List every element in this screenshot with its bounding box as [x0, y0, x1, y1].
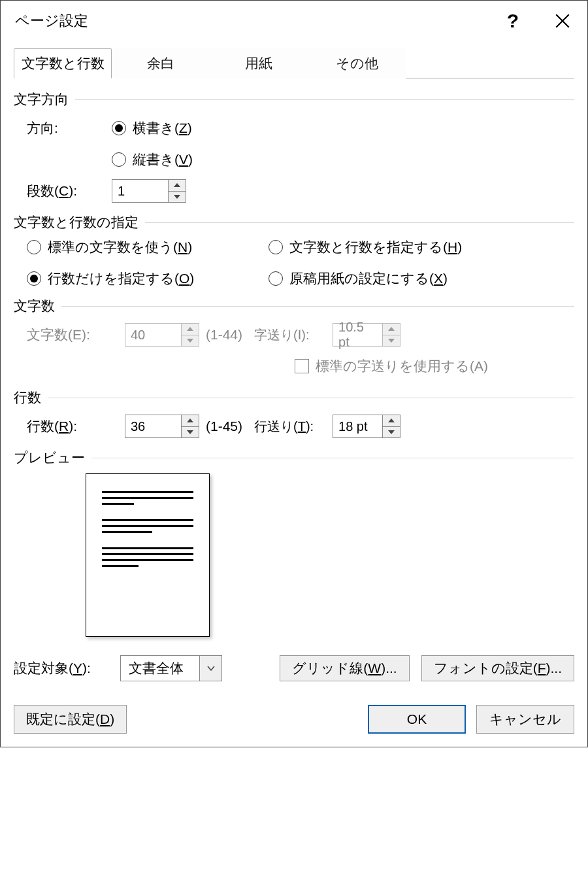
- char-count-spinner: 40: [125, 323, 199, 347]
- radio-icon: [269, 271, 283, 286]
- set-default-button[interactable]: 既定に設定(D): [14, 705, 127, 734]
- radio-icon: [112, 152, 126, 167]
- spinner-down-icon: [182, 335, 199, 347]
- close-button[interactable]: [538, 1, 587, 41]
- spinner-down-icon[interactable]: [383, 427, 400, 438]
- section-preview: プレビュー: [14, 449, 574, 467]
- apply-to-select[interactable]: 文書全体: [120, 655, 222, 681]
- char-pitch-label: 字送り(I):: [254, 326, 333, 344]
- direction-label: 方向:: [27, 119, 112, 137]
- ok-button[interactable]: OK: [368, 705, 466, 734]
- page-setup-dialog: ページ設定 ? 文字数と行数 余白 用紙 その他 文字方向 方向: 横書き(Z): [0, 0, 588, 747]
- cancel-button[interactable]: キャンセル: [476, 705, 574, 734]
- radio-icon: [27, 240, 41, 254]
- section-grid-spec: 文字数と行数の指定: [14, 213, 574, 231]
- gridlines-button[interactable]: グリッド線(W)...: [280, 655, 409, 681]
- close-icon: [554, 12, 571, 29]
- tab-chars-lines[interactable]: 文字数と行数: [14, 48, 112, 78]
- tab-margins[interactable]: 余白: [112, 48, 210, 78]
- radio-genkou[interactable]: 原稿用紙の設定にする(X): [269, 269, 574, 288]
- radio-icon: [27, 271, 41, 286]
- titlebar: ページ設定 ?: [1, 1, 587, 41]
- spinner-up-icon[interactable]: [169, 180, 186, 192]
- char-pitch-spinner: 10.5 pt: [333, 323, 400, 347]
- font-settings-button[interactable]: フォントの設定(F)...: [421, 655, 574, 681]
- spinner-up-icon[interactable]: [383, 415, 400, 427]
- radio-standard-chars[interactable]: 標準の文字数を使う(N): [27, 238, 269, 256]
- checkbox-icon: [295, 359, 309, 373]
- columns-label: 段数(C):: [27, 182, 112, 200]
- char-count-range: (1-44): [206, 327, 242, 343]
- section-lines: 行数: [14, 388, 574, 407]
- checkbox-std-pitch: 標準の字送りを使用する(A): [295, 357, 488, 375]
- line-pitch-label: 行送り(T):: [254, 418, 333, 435]
- spinner-up-icon[interactable]: [182, 415, 199, 427]
- tab-other[interactable]: その他: [308, 48, 406, 78]
- radio-icon: [112, 121, 126, 135]
- line-pitch-spinner[interactable]: 18 pt: [333, 415, 400, 438]
- radio-lines-only[interactable]: 行数だけを指定する(O): [27, 269, 269, 288]
- apply-to-label: 設定対象(Y):: [14, 659, 108, 677]
- preview-thumbnail: [86, 473, 210, 637]
- line-count-spinner[interactable]: 36: [125, 415, 199, 438]
- section-text-direction: 文字方向: [14, 90, 574, 109]
- chevron-down-icon: [199, 656, 221, 681]
- dialog-title: ページ設定: [15, 11, 488, 31]
- columns-spinner[interactable]: 1: [112, 179, 186, 203]
- tab-paper[interactable]: 用紙: [210, 48, 308, 78]
- spinner-up-icon: [182, 324, 199, 335]
- line-count-range: (1-45): [206, 418, 242, 434]
- spinner-down-icon[interactable]: [182, 427, 199, 438]
- tab-strip: 文字数と行数 余白 用紙 その他: [14, 48, 574, 78]
- char-count-label: 文字数(E):: [27, 326, 125, 344]
- section-chars: 文字数: [14, 297, 574, 315]
- radio-icon: [269, 240, 283, 254]
- spinner-down-icon[interactable]: [169, 192, 186, 203]
- spinner-down-icon: [383, 335, 400, 347]
- spinner-up-icon: [383, 324, 400, 335]
- radio-horizontal[interactable]: 横書き(Z): [112, 119, 192, 137]
- radio-vertical[interactable]: 縦書き(V): [112, 150, 193, 169]
- help-button[interactable]: ?: [488, 1, 538, 41]
- line-count-label: 行数(R):: [27, 417, 125, 435]
- radio-specify-both[interactable]: 文字数と行数を指定する(H): [269, 238, 574, 256]
